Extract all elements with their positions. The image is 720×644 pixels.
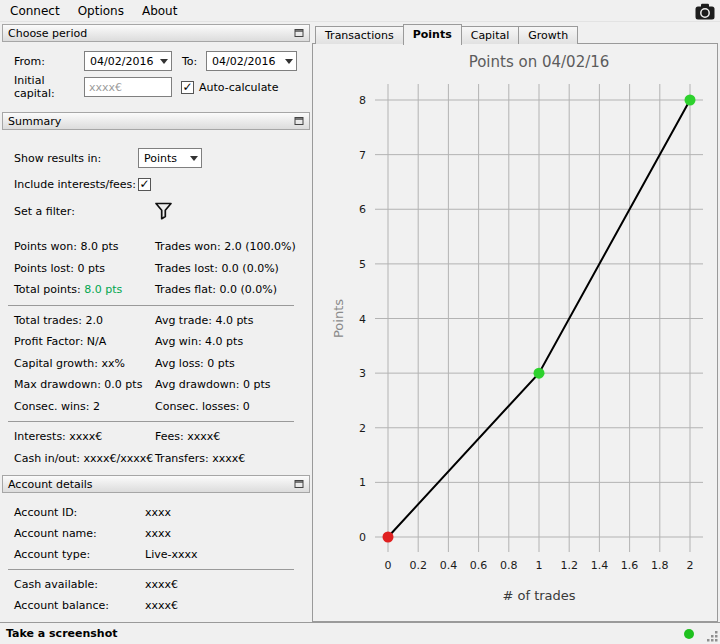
stat-row: Points lost: 0 pts Trades lost: 0.0 (0.0… [14, 258, 312, 280]
show-results-select[interactable]: Points [138, 148, 202, 168]
account-type-value: Live-xxxx [145, 548, 312, 561]
stat-avg-trade: Avg trade: 4.0 pts [155, 314, 312, 327]
svg-text:0: 0 [359, 531, 366, 544]
tab-transactions[interactable]: Transactions [315, 26, 404, 44]
stat-points-lost: Points lost: 0 pts [14, 262, 155, 275]
undock-icon[interactable] [294, 28, 304, 38]
statusbar: Take a screenshot [0, 622, 720, 644]
svg-text:0.2: 0.2 [409, 559, 427, 572]
menu-item-about[interactable]: About [134, 2, 185, 20]
svg-text:1: 1 [359, 476, 366, 489]
svg-text:Points on 04/02/16: Points on 04/02/16 [469, 53, 610, 71]
summary-title: Summary [8, 115, 61, 128]
summary-header[interactable]: Summary [2, 112, 310, 130]
tab-growth[interactable]: Growth [518, 26, 578, 44]
account-details-title: Account details [8, 478, 93, 491]
stat-consec-losses: Consec. losses: 0 [155, 400, 312, 413]
stat-points-won: Points won: 8.0 pts [14, 240, 155, 253]
cash-available-label: Cash available: [14, 578, 145, 591]
stat-avg-drawdown: Avg drawdown: 0 pts [155, 378, 312, 391]
menubar: Connect Options About [0, 0, 720, 22]
account-details-body: Account ID: xxxx Account name: xxxx Acco… [0, 493, 312, 637]
right-panel: Transactions Points Capital Growth 00.20… [312, 22, 720, 622]
camera-button[interactable] [694, 2, 716, 20]
from-date-value: 04/02/2016 [90, 55, 156, 68]
divider [8, 569, 294, 570]
account-row: Account ID: xxxx [0, 502, 312, 523]
stat-capital-growth: Capital growth: xx% [14, 357, 155, 370]
include-interests-checkbox[interactable] [138, 178, 151, 191]
menu-item-options[interactable]: Options [70, 2, 132, 20]
svg-text:7: 7 [359, 149, 366, 162]
chevron-down-icon [285, 59, 293, 64]
choose-period-body: From: 04/02/2016 To: 04/02/2016 Initial … [0, 42, 312, 105]
summary-stats: Total trades: 2.0 Avg trade: 4.0 pts Pro… [0, 310, 312, 418]
stat-row: Total trades: 2.0 Avg trade: 4.0 pts [14, 310, 312, 332]
show-results-label: Show results in: [14, 152, 138, 165]
resize-grip-icon[interactable] [706, 630, 719, 643]
left-panel: Choose period From: 04/02/2016 To: 04/02… [0, 22, 312, 622]
stat-max-drawdown: Max drawdown: 0.0 pts [14, 378, 155, 391]
svg-text:2: 2 [359, 422, 366, 435]
stat-row: Capital growth: xx% Avg loss: 0 pts [14, 353, 312, 375]
svg-text:# of trades: # of trades [502, 588, 575, 603]
tabbar: Transactions Points Capital Growth [315, 23, 578, 44]
undock-icon[interactable] [294, 116, 304, 126]
points-chart: 00.20.40.60.811.21.41.61.82012345678Poin… [313, 44, 717, 621]
svg-text:0: 0 [385, 559, 392, 572]
stat-interests: Interests: xxxx€ [14, 430, 155, 443]
initial-capital-input[interactable] [84, 77, 172, 97]
account-details-header[interactable]: Account details [2, 475, 310, 493]
filter-button[interactable] [152, 200, 174, 222]
choose-period-header[interactable]: Choose period [2, 24, 310, 42]
account-name-label: Account name: [14, 527, 145, 540]
svg-text:3: 3 [359, 367, 366, 380]
svg-text:5: 5 [359, 258, 366, 271]
undock-icon[interactable] [294, 479, 304, 489]
summary-body: Show results in: Points Include interest… [0, 130, 312, 224]
connection-status-dot [684, 629, 694, 639]
account-balance-label: Account balance: [14, 599, 145, 612]
total-points-value: 8.0 pts [84, 283, 122, 296]
menu-item-connect[interactable]: Connect [2, 2, 68, 20]
stat-row: Cash in/out: xxxx€/xxxx€ Transfers: xxxx… [14, 448, 312, 470]
account-row: Account name: xxxx [0, 523, 312, 544]
summary-stats: Interests: xxxx€ Fees: xxxx€ Cash in/out… [0, 426, 312, 469]
svg-text:2: 2 [687, 559, 694, 572]
stat-row: Max drawdown: 0.0 pts Avg drawdown: 0 pt… [14, 374, 312, 396]
filter-icon [154, 201, 173, 221]
to-date-select[interactable]: 04/02/2016 [206, 51, 297, 71]
divider [8, 421, 294, 422]
svg-text:Points: Points [331, 299, 346, 338]
stat-trades-won: Trades won: 2.0 (100.0%) [155, 240, 312, 253]
account-type-label: Account type: [14, 548, 145, 561]
account-row: Account balance: xxxx€ [0, 595, 312, 616]
stat-row: Total points: 8.0 pts Trades flat: 0.0 (… [14, 279, 312, 301]
take-screenshot-button[interactable]: Take a screenshot [0, 627, 118, 640]
account-row: Account type: Live-xxxx [0, 544, 312, 565]
tab-points[interactable]: Points [403, 24, 462, 45]
account-id-label: Account ID: [14, 506, 145, 519]
stat-row: Profit Factor: N/A Avg win: 4.0 pts [14, 331, 312, 353]
from-date-select[interactable]: 04/02/2016 [84, 51, 172, 71]
stat-row: Interests: xxxx€ Fees: xxxx€ [14, 426, 312, 448]
auto-calculate-checkbox[interactable] [181, 81, 194, 94]
stat-avg-loss: Avg loss: 0 pts [155, 357, 312, 370]
svg-text:0.6: 0.6 [470, 559, 488, 572]
to-label: To: [182, 55, 206, 68]
stat-row: Consec. wins: 2 Consec. losses: 0 [14, 396, 312, 418]
set-filter-label: Set a filter: [14, 205, 138, 218]
from-label: From: [14, 55, 84, 68]
svg-text:0.4: 0.4 [440, 559, 458, 572]
svg-text:6: 6 [359, 203, 366, 216]
svg-text:0.8: 0.8 [500, 559, 518, 572]
camera-icon [695, 3, 715, 20]
summary-stats: Points won: 8.0 pts Trades won: 2.0 (100… [0, 236, 312, 301]
stat-avg-win: Avg win: 4.0 pts [155, 335, 312, 348]
show-results-value: Points [144, 152, 186, 165]
cash-available-value: xxxx€ [145, 578, 312, 591]
tab-capital[interactable]: Capital [461, 26, 520, 44]
stat-profit-factor: Profit Factor: N/A [14, 335, 155, 348]
stat-total-trades: Total trades: 2.0 [14, 314, 155, 327]
stat-fees: Fees: xxxx€ [155, 430, 312, 443]
